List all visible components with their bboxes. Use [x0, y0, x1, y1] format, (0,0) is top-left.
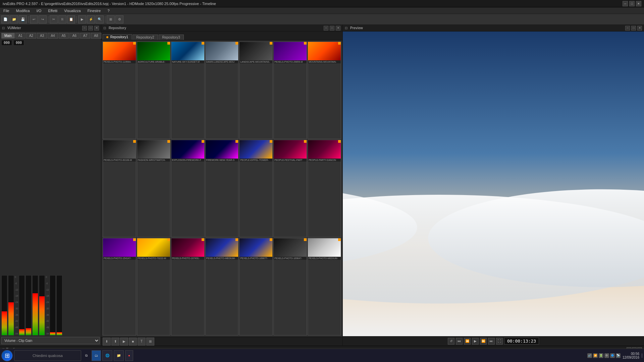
undo-button[interactable]: ↩: [30, 15, 38, 23]
preview-fullscreen-button[interactable]: ⛶: [496, 338, 503, 345]
repo-thumb: [274, 238, 307, 257]
repo-export-button[interactable]: ⬆: [111, 338, 119, 346]
list-item[interactable]: FASHION-WRISTWATCH-: [137, 140, 170, 237]
vumeter-maximize[interactable]: □: [88, 26, 93, 31]
repo-icon: ⊡: [103, 26, 106, 30]
vu-tab-a2[interactable]: A2: [26, 33, 36, 39]
list-item[interactable]: PEXELS-PHOTO-MEDIUM-: [205, 238, 239, 336]
settings-button[interactable]: ⚙: [115, 15, 123, 23]
vu-tab-a8[interactable]: A8: [91, 33, 101, 39]
taskbar-app-1[interactable]: 🗂: [92, 350, 101, 361]
list-item[interactable]: PEXELS-PHOTO-169647-: [273, 238, 307, 336]
menu-io[interactable]: I/O: [35, 8, 44, 13]
repo-import-button[interactable]: ⬇: [103, 338, 111, 346]
repo-play-button[interactable]: ▶: [120, 338, 128, 346]
list-item[interactable]: PEOPLE-FESTIVAL-PART: [273, 140, 307, 237]
preview-end-button[interactable]: ⏭: [488, 338, 495, 345]
tray-icon-5[interactable]: 🔷: [610, 353, 615, 358]
menu-finestre[interactable]: Finestre: [86, 8, 103, 13]
list-item[interactable]: PEXELS-PHOTO-70222-M: [137, 238, 170, 336]
list-item[interactable]: FIREWORK-NEW-YEAR-S: [205, 140, 239, 237]
menu-file[interactable]: File: [1, 8, 11, 13]
start-button[interactable]: ⊞: [1, 350, 13, 361]
taskbar-app-4[interactable]: ●: [125, 350, 133, 361]
vu-tab-a5[interactable]: A5: [59, 33, 69, 39]
maximize-button[interactable]: □: [629, 1, 635, 6]
preview-rewind-button[interactable]: ⏮: [456, 338, 463, 345]
system-clock: 00:56 12/09/2016: [623, 352, 639, 359]
list-item[interactable]: PEXELS-PHOTO-154147-: [103, 238, 136, 336]
repo-grid-button[interactable]: ⊞: [146, 338, 154, 346]
paste-button[interactable]: 📋: [67, 15, 75, 23]
vu-volume-dropdown[interactable]: Volume - Clip Gain: [1, 337, 100, 344]
menu-help[interactable]: ?: [105, 8, 111, 13]
vumeter-minimize[interactable]: ─: [82, 26, 87, 31]
repo-text-button[interactable]: T: [138, 338, 146, 346]
menu-modifica[interactable]: Modifica: [14, 8, 32, 13]
repo-stop-button[interactable]: ■: [129, 338, 137, 346]
list-item[interactable]: PEXELS-PHOTO-29859-M: [273, 42, 307, 139]
vu-bar-4-fill: [26, 328, 31, 335]
list-item[interactable]: MOUNTAINS-MOUNTAIN-: [308, 42, 341, 139]
copy-button[interactable]: ⎘: [58, 15, 66, 23]
list-item[interactable]: PEXELS-PHOTO-MEDIUM-: [308, 238, 341, 336]
tray-icon-2[interactable]: 📶: [593, 353, 598, 358]
taskbar-app-2[interactable]: 🌐: [102, 350, 112, 361]
list-item[interactable]: PEXELS-PHOTO-169677-: [239, 238, 273, 336]
repo-tab-1[interactable]: Repository1: [103, 34, 132, 40]
repo-minimize[interactable]: ─: [324, 26, 328, 31]
repo-close[interactable]: ✕: [336, 26, 340, 31]
grid-button[interactable]: ⊞: [107, 15, 115, 23]
vu-bar-4: [25, 275, 32, 336]
preview-play-button[interactable]: ▶: [472, 338, 479, 345]
open-button[interactable]: 📁: [10, 15, 18, 23]
preview-step-back-button[interactable]: ⏪: [464, 338, 471, 345]
new-button[interactable]: 📄: [1, 15, 9, 23]
taskbar-app-3[interactable]: 📁: [114, 350, 124, 361]
tray-icon-3[interactable]: 🔋: [599, 353, 603, 358]
vu-tab-a4[interactable]: A4: [48, 33, 58, 39]
task-view-button[interactable]: ⧉: [83, 350, 90, 361]
preview-close[interactable]: ✕: [637, 26, 642, 31]
close-button[interactable]: ✕: [636, 1, 641, 6]
preview-minimize[interactable]: ─: [625, 26, 630, 31]
repo-tab-3[interactable]: Repository3: [159, 35, 184, 40]
list-item[interactable]: AGRICULTURE-ARABLE-: [137, 42, 170, 139]
tray-icon-1[interactable]: 🔊: [587, 353, 592, 358]
vumeter-close[interactable]: ✕: [94, 26, 99, 31]
list-item[interactable]: EXPLOSION-FIREWORK-F: [171, 140, 205, 237]
save-button[interactable]: 💾: [19, 15, 27, 23]
vu-tab-a1[interactable]: A1: [15, 33, 25, 39]
tray-icon-4[interactable]: ⚙: [604, 353, 609, 358]
minimize-button[interactable]: ─: [623, 1, 628, 6]
repo-tab-2[interactable]: Repository2: [132, 35, 158, 40]
list-item[interactable]: NATURE-SKY-SUNSET-M: [171, 42, 205, 139]
preview-maximize[interactable]: □: [631, 26, 636, 31]
vu-tab-main[interactable]: Main: [1, 33, 15, 39]
list-item[interactable]: PEXELS-PHOTO-167491-: [171, 238, 205, 336]
repo-maximize[interactable]: □: [330, 26, 334, 31]
vu-tab-a3[interactable]: A3: [37, 33, 47, 39]
razor-tool[interactable]: ⚡: [87, 15, 95, 23]
menu-visualizza[interactable]: Visualizza: [62, 8, 83, 13]
menu-effetti[interactable]: Effetti: [46, 8, 59, 13]
zoom-tool[interactable]: 🔍: [96, 15, 104, 23]
preview-step-fwd-button[interactable]: ⏩: [480, 338, 487, 345]
search-bar[interactable]: Chiedimi qualcosa: [14, 350, 81, 361]
show-desktop-button[interactable]: [641, 353, 643, 358]
vu-tab-a7[interactable]: A7: [80, 33, 90, 39]
list-item[interactable]: DAWN-LANDSCAPE-MOU: [205, 42, 239, 139]
title-bar: ivsEdits PRO 4.2.597 - E:\progetti\ivsEd…: [0, 0, 644, 7]
list-item[interactable]: PEOPLE-PARTY-DANCIN: [308, 140, 341, 237]
list-item[interactable]: LANDSCAPE-MOUNTAINS-: [239, 42, 273, 139]
list-item[interactable]: PEOPLE-EIFFEL-TOWER-: [239, 140, 273, 237]
tray-icon-6[interactable]: 📡: [616, 353, 621, 358]
preview-loop-button[interactable]: ↺: [448, 338, 454, 345]
list-item[interactable]: PEXELS-PHOTO-60168-M: [103, 140, 136, 237]
list-item[interactable]: PEXELS-PHOTO-119564-: [103, 42, 136, 139]
redo-button[interactable]: ↪: [39, 15, 47, 23]
cut-button[interactable]: ✂: [50, 15, 58, 23]
select-tool[interactable]: ▶: [78, 15, 86, 23]
vu-tab-a6[interactable]: A6: [69, 33, 79, 39]
repo-label: PEXELS-PHOTO-29859-M: [274, 60, 307, 63]
